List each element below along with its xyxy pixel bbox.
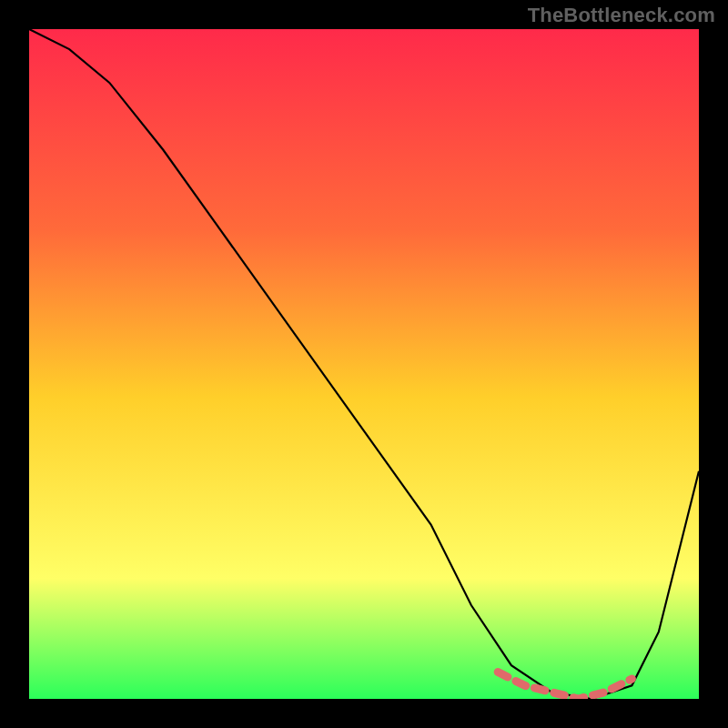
plot-svg: [29, 29, 699, 699]
chart-frame: TheBottleneck.com: [0, 0, 728, 728]
watermark-text: TheBottleneck.com: [528, 4, 715, 27]
gradient-background: [29, 29, 699, 699]
plot-area: [29, 29, 699, 699]
